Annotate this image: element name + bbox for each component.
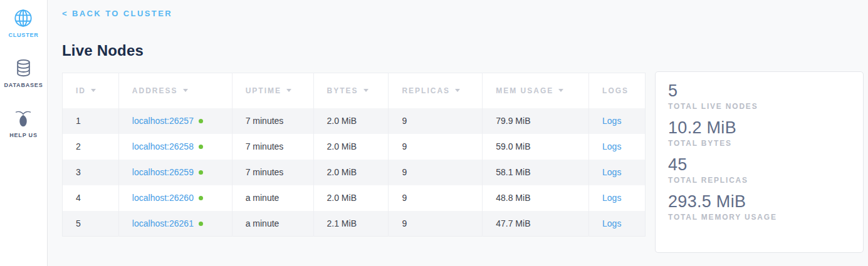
column-header-replicas[interactable]: REPLICAS [389,73,483,108]
node-uptime-cell: 7 minutes [232,108,313,134]
summary-stat-total-live-nodes: 5 TOTAL LIVE NODES [668,81,850,111]
node-logs-cell: Logs [589,134,646,160]
sort-arrow-icon [558,89,563,92]
node-mem-usage-cell: 48.8 MiB [483,185,589,211]
node-logs-cell: Logs [589,211,646,237]
sort-arrow-icon [363,89,369,92]
node-logs-cell: Logs [589,185,646,211]
node-live-status-icon [199,119,203,123]
logs-link[interactable]: Logs [602,218,621,228]
back-to-cluster-link[interactable]: < BACK TO CLUSTER [62,9,172,18]
column-header-id[interactable]: ID [63,73,119,108]
stat-value: 10.2 MiB [668,118,850,138]
sort-arrow-icon [286,89,291,92]
stat-value: 293.5 MiB [668,192,850,212]
node-uptime-cell: a minute [232,185,313,211]
node-id-cell: 1 [63,108,119,134]
logs-link[interactable]: Logs [602,141,621,151]
node-live-status-icon [199,170,203,175]
node-address-cell: localhost:26257 [118,108,232,134]
column-label: ADDRESS [132,86,178,95]
sidebar-item-databases[interactable]: DATABASES [4,59,43,88]
database-icon [15,59,32,78]
column-label: BYTES [327,86,358,95]
node-id-cell: 3 [63,160,119,185]
live-nodes-table: ID ADDRESS UPTIME BYTES REPLICAS [62,73,646,237]
node-address-link[interactable]: localhost:26259 [132,167,194,177]
bug-icon [14,109,32,128]
node-address-cell: localhost:26258 [118,134,232,160]
column-header-logs: LOGS [589,73,646,108]
column-header-mem-usage[interactable]: MEM USAGE [483,73,589,108]
summary-stat-total-memory-usage: 293.5 MiB TOTAL MEMORY USAGE [668,192,850,222]
stat-value: 5 [668,81,850,101]
node-bytes-cell: 2.0 MiB [313,160,389,185]
main-content: < BACK TO CLUSTER Live Nodes ID ADDRESS … [48,0,868,266]
node-logs-cell: Logs [589,160,646,185]
table-header-row: ID ADDRESS UPTIME BYTES REPLICAS [63,73,646,108]
column-label: REPLICAS [402,86,450,95]
node-mem-usage-cell: 58.1 MiB [483,160,589,185]
table-row: 4 localhost:26260 a minute 2.0 MiB 9 48.… [63,185,646,211]
node-address-cell: localhost:26260 [118,185,232,211]
node-uptime-cell: 7 minutes [232,160,313,185]
node-logs-cell: Logs [589,108,646,134]
node-live-status-icon [199,222,203,226]
node-id-cell: 4 [63,185,119,211]
sidebar-item-label: DATABASES [4,82,43,88]
column-label: UPTIME [246,86,281,95]
node-bytes-cell: 2.0 MiB [313,134,389,160]
logs-link[interactable]: Logs [602,193,621,203]
column-header-bytes[interactable]: BYTES [313,73,389,108]
node-address-cell: localhost:26261 [118,211,232,237]
node-uptime-cell: a minute [232,211,313,237]
table-row: 3 localhost:26259 7 minutes 2.0 MiB 9 58… [63,160,646,185]
sidebar-item-label: CLUSTER [8,32,38,38]
node-replicas-cell: 9 [389,160,483,185]
sidebar-item-label: HELP US [9,132,37,138]
stat-value: 45 [668,155,850,175]
summary-stat-total-replicas: 45 TOTAL REPLICAS [668,155,850,185]
table-row: 1 localhost:26257 7 minutes 2.0 MiB 9 79… [63,108,646,134]
stat-label: TOTAL REPLICAS [668,176,850,185]
node-mem-usage-cell: 47.7 MiB [483,211,589,237]
node-replicas-cell: 9 [389,185,483,211]
node-mem-usage-cell: 59.0 MiB [483,134,589,160]
node-replicas-cell: 9 [389,134,483,160]
node-id-cell: 2 [63,134,119,160]
logs-link[interactable]: Logs [602,116,621,126]
column-label: LOGS [602,86,629,95]
sort-arrow-icon [91,89,96,92]
sidebar: CLUSTER DATABASES HELP US [0,0,48,266]
node-replicas-cell: 9 [389,211,483,237]
node-replicas-cell: 9 [389,108,483,134]
stat-label: TOTAL MEMORY USAGE [668,213,850,222]
column-header-address[interactable]: ADDRESS [118,73,232,108]
sidebar-item-help-us[interactable]: HELP US [9,109,37,138]
app-window: CLUSTER DATABASES HELP US < BACK T [0,0,868,266]
node-address-link[interactable]: localhost:26261 [132,218,194,228]
column-header-uptime[interactable]: UPTIME [232,73,313,108]
column-label: ID [76,86,86,95]
node-uptime-cell: 7 minutes [232,134,313,160]
node-mem-usage-cell: 79.9 MiB [483,108,589,134]
stat-label: TOTAL LIVE NODES [668,102,850,111]
node-address-cell: localhost:26259 [118,160,232,185]
sort-arrow-icon [455,89,460,92]
node-address-link[interactable]: localhost:26257 [132,116,194,126]
globe-icon [14,9,33,28]
column-label: MEM USAGE [496,86,553,95]
node-address-link[interactable]: localhost:26260 [132,193,194,203]
node-live-status-icon [199,196,203,200]
sidebar-item-cluster[interactable]: CLUSTER [8,9,38,38]
page-title: Live Nodes [62,42,868,59]
node-bytes-cell: 2.0 MiB [313,108,389,134]
logs-link[interactable]: Logs [602,167,621,177]
table-row: 5 localhost:26261 a minute 2.1 MiB 9 47.… [63,211,646,237]
node-address-link[interactable]: localhost:26258 [132,141,194,151]
node-bytes-cell: 2.1 MiB [313,211,389,237]
node-id-cell: 5 [63,211,119,237]
sort-arrow-icon [183,89,188,92]
table-row: 2 localhost:26258 7 minutes 2.0 MiB 9 59… [63,134,646,160]
summary-stat-total-bytes: 10.2 MiB TOTAL BYTES [668,118,850,148]
